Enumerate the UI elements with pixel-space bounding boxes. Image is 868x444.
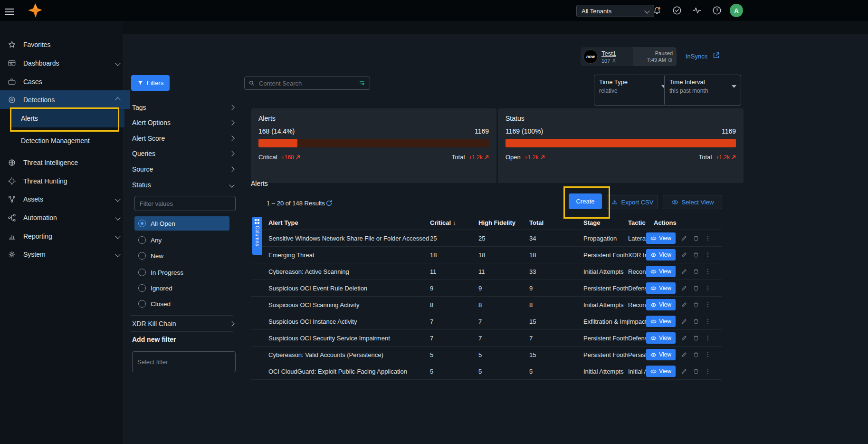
filter-group-alert-options[interactable]: Alert Options [131,115,238,130]
status-option-closed[interactable]: Closed [134,297,229,311]
delete-icon[interactable] [693,285,699,291]
sidebar-item-detection-management[interactable]: Detection Management [0,131,143,150]
table-row[interactable]: OCI CloudGuard: Exploit Public-Facing Ap… [251,363,722,380]
more-actions-icon[interactable] [705,301,711,308]
refresh-icon[interactable] [325,199,333,207]
eye-icon [650,269,657,275]
filter-group-alert-score[interactable]: Alert Score [131,131,238,146]
content-search-input[interactable] [258,79,356,87]
table-row[interactable]: Suspicious OCI Scanning Activity 8 8 8 I… [251,297,722,313]
view-button[interactable]: View [646,299,676,310]
columns-button[interactable]: Columns [252,217,262,255]
select-filter-input[interactable] [132,351,236,372]
delete-icon[interactable] [693,318,699,325]
header-tactic[interactable]: Tactic [628,219,646,226]
more-actions-icon[interactable] [705,285,711,291]
more-actions-icon[interactable] [705,235,711,241]
edit-icon[interactable] [681,268,687,275]
table-row[interactable]: Cybereason: Valid Accounts (Persistence)… [251,347,722,363]
delete-icon[interactable] [693,268,699,275]
sidebar-item-threat-hunting[interactable]: Threat Hunting [0,172,130,190]
sidebar-item-automation[interactable]: Automation [0,208,130,227]
edit-icon[interactable] [681,235,687,241]
sidebar-item-alerts[interactable]: Alerts [11,109,124,127]
table-row[interactable]: Suspicious OCI Instance Activity 7 7 15 … [251,313,722,330]
sidebar-item-detections[interactable]: Detections [0,90,130,109]
delete-icon[interactable] [693,335,699,341]
view-button[interactable]: View [646,366,676,377]
header-high-fidelity[interactable]: High Fidelity [478,219,529,226]
header-critical[interactable]: Critical↓ [430,219,478,226]
filter-group-xdr-kill-chain[interactable]: XDR Kill Chain [131,316,238,331]
filter-group-tags[interactable]: Tags [131,100,238,115]
table-row[interactable]: Emerging Threat 18 18 18 Persistent Foot… [251,247,722,263]
sidebar-item-reporting[interactable]: Reporting [0,227,130,245]
create-button[interactable]: Create [569,193,602,209]
header-stage[interactable]: Stage [583,219,628,226]
status-option-new[interactable]: New [134,249,229,263]
tasks-check-icon[interactable] [671,4,683,17]
tenant-selector[interactable]: All Tenants [576,5,654,17]
view-button[interactable]: View [646,332,676,344]
status-option-ignored[interactable]: Ignored [134,281,229,295]
delete-icon[interactable] [693,351,699,358]
header-total[interactable]: Total [529,219,583,226]
hamburger-menu-icon[interactable] [5,7,14,17]
status-option-any[interactable]: Any [134,233,229,247]
more-actions-icon[interactable] [705,335,711,341]
sidebar-item-threat-intelligence[interactable]: Threat Intelligence [0,153,130,172]
edit-icon[interactable] [681,301,687,308]
status-option-all-open[interactable]: All Open [134,216,229,231]
view-button[interactable]: View [646,349,676,360]
edit-icon[interactable] [681,351,687,358]
delete-icon[interactable] [693,235,699,241]
time-type-dropdown[interactable]: Time Type relative [594,75,671,106]
time-interval-dropdown[interactable]: Time Interval this past month [664,75,741,106]
external-link-icon[interactable] [712,51,720,61]
filters-button[interactable]: Filters [131,75,170,91]
view-button[interactable]: View [646,232,676,244]
delete-icon[interactable] [693,301,699,308]
status-option-in-progress[interactable]: In Progress [134,265,229,280]
filter-group-queries[interactable]: Queries [131,146,238,161]
filter-values-input[interactable] [134,196,236,211]
query-builder-icon[interactable] [359,80,366,87]
edit-icon[interactable] [681,251,687,258]
sync-name-link[interactable]: Test1 [601,50,633,57]
filter-group-status[interactable]: Status [131,177,238,193]
table-row[interactable]: Suspicious OCI Event Rule Deletion 9 9 9… [251,280,722,297]
delete-icon[interactable] [693,251,699,258]
notifications-bell-icon[interactable] [651,4,663,17]
delete-icon[interactable] [693,368,699,375]
sidebar-item-favorites[interactable]: Favorites [0,35,130,54]
view-button[interactable]: View [646,316,676,327]
edit-icon[interactable] [681,335,687,341]
edit-icon[interactable] [681,318,687,325]
export-csv-button[interactable]: Export CSV [607,195,658,209]
brand-logo-icon[interactable] [27,2,43,19]
more-actions-icon[interactable] [705,368,711,375]
more-actions-icon[interactable] [705,318,711,325]
sidebar-item-system[interactable]: System [0,245,130,263]
help-icon[interactable]: ? [711,4,723,17]
view-button[interactable]: View [646,249,676,261]
edit-icon[interactable] [681,368,687,375]
sidebar-item-assets[interactable]: Assets [0,190,130,208]
view-button[interactable]: View [646,266,676,277]
more-actions-icon[interactable] [705,268,711,275]
more-actions-icon[interactable] [705,351,711,358]
activity-pulse-icon[interactable] [691,4,703,17]
user-avatar[interactable]: A [730,4,743,17]
view-button[interactable]: View [646,282,676,294]
select-view-button[interactable]: Select View [663,195,722,209]
table-row[interactable]: Sensitive Windows Network Share File or … [251,230,722,247]
edit-icon[interactable] [681,285,687,291]
sidebar-item-cases[interactable]: Cases [0,72,130,91]
filter-group-source[interactable]: Source [131,162,238,177]
insyncs-link[interactable]: InSyncs [686,53,707,60]
more-actions-icon[interactable] [705,251,711,258]
table-row[interactable]: Cybereason: Active Scanning 11 11 33 Ini… [251,263,722,280]
header-alert-type[interactable]: Alert Type [251,219,430,226]
table-row[interactable]: Suspicious OCI Security Service Impairme… [251,330,722,347]
sidebar-item-dashboards[interactable]: Dashboards [0,54,130,72]
